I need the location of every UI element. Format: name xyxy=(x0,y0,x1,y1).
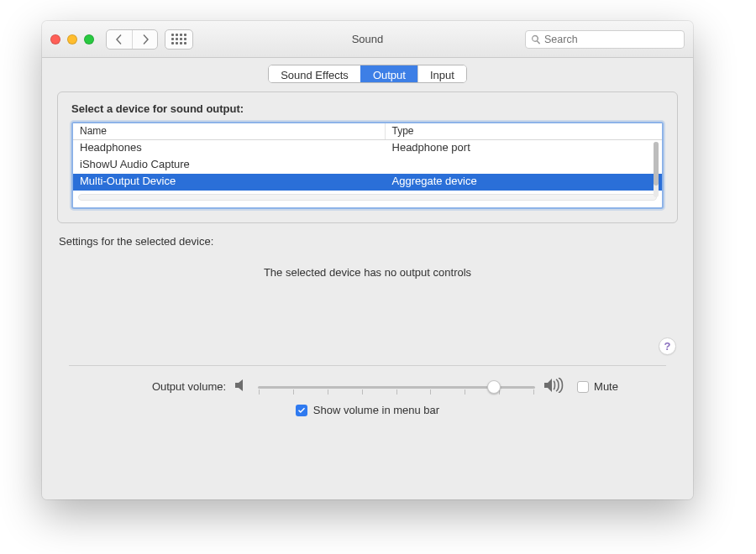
window-body: Sound Effects Output Input Select a devi… xyxy=(42,58,693,499)
no-output-controls-message: The selected device has no output contro… xyxy=(42,266,693,279)
titlebar: Sound xyxy=(42,21,693,58)
column-header-name[interactable]: Name xyxy=(73,123,386,139)
device-row[interactable]: Headphones Headphone port xyxy=(73,140,662,157)
tab-output[interactable]: Output xyxy=(360,65,417,82)
chevron-left-icon xyxy=(115,34,123,44)
device-name: Headphones xyxy=(73,140,386,157)
device-row[interactable]: Multi-Output Device Aggregate device xyxy=(73,174,662,191)
help-icon: ? xyxy=(664,340,671,353)
sound-preferences-window: Sound Sound Effects Output Input Select … xyxy=(42,21,693,499)
output-panel-heading: Select a device for sound output: xyxy=(71,102,664,115)
show-volume-menubar-label: Show volume in menu bar xyxy=(313,404,439,416)
tab-input[interactable]: Input xyxy=(417,65,466,82)
device-rows: Headphones Headphone port iShowU Audio C… xyxy=(73,140,662,191)
tabs-row: Sound Effects Output Input xyxy=(42,58,693,91)
nav-back-button[interactable] xyxy=(107,30,132,49)
device-name: iShowU Audio Capture xyxy=(73,157,386,174)
minimize-button[interactable] xyxy=(67,34,77,44)
mute-label: Mute xyxy=(594,380,618,393)
device-name: Multi-Output Device xyxy=(73,174,386,191)
scrollbar-thumb[interactable] xyxy=(654,142,659,186)
chevron-right-icon xyxy=(141,34,150,44)
tab-sound-effects[interactable]: Sound Effects xyxy=(269,65,360,82)
show-all-prefs-button[interactable] xyxy=(165,29,193,50)
search-icon xyxy=(531,34,541,44)
help-row: ? xyxy=(59,337,676,355)
column-header-type[interactable]: Type xyxy=(386,123,662,139)
tabs: Sound Effects Output Input xyxy=(268,65,467,83)
device-type: Headphone port xyxy=(386,140,662,157)
device-type xyxy=(386,157,662,174)
zoom-button[interactable] xyxy=(84,34,94,44)
output-volume-row: Output volume: Mute xyxy=(76,378,659,395)
window-controls xyxy=(50,34,94,44)
checkbox-checked-icon xyxy=(296,405,307,416)
output-volume-slider[interactable] xyxy=(258,379,535,395)
device-row[interactable]: iShowU Audio Capture xyxy=(73,157,662,174)
output-panel: Select a device for sound output: Name T… xyxy=(57,91,678,223)
device-type: Aggregate device xyxy=(386,174,662,191)
speaker-low-icon xyxy=(234,379,249,395)
device-vertical-scrollbar[interactable] xyxy=(654,142,659,197)
settings-for-device-label: Settings for the selected device: xyxy=(59,235,676,248)
mute-checkbox[interactable]: Mute xyxy=(577,380,618,393)
show-volume-menubar-row[interactable]: Show volume in menu bar xyxy=(76,404,659,416)
nav-segmented xyxy=(106,29,158,50)
close-button[interactable] xyxy=(50,34,60,44)
speaker-high-icon xyxy=(543,378,564,395)
slider-thumb[interactable] xyxy=(487,380,501,394)
apps-grid-icon xyxy=(171,34,186,44)
device-table-header: Name Type xyxy=(73,123,662,140)
nav-forward-button[interactable] xyxy=(132,30,157,49)
checkbox-box xyxy=(577,381,589,393)
search-field[interactable] xyxy=(525,30,685,49)
search-input[interactable] xyxy=(544,34,679,45)
device-table[interactable]: Name Type Headphones Headphone port iSho… xyxy=(71,122,664,209)
volume-area: Output volume: Mute xyxy=(42,366,693,430)
output-volume-label: Output volume: xyxy=(117,380,226,393)
help-button[interactable]: ? xyxy=(659,337,676,355)
device-horizontal-scrollbar[interactable] xyxy=(78,194,657,201)
